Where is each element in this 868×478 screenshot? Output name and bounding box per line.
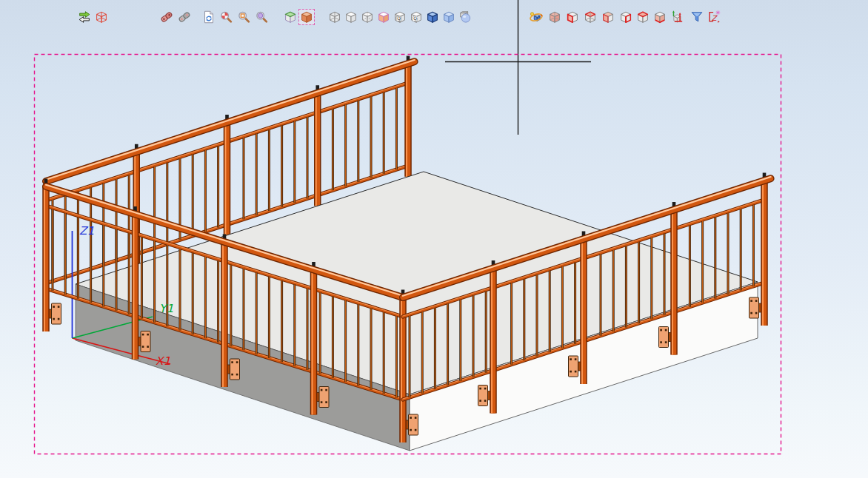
zoom-selection-icon-glyph — [218, 10, 233, 24]
svg-text:Q: Q — [413, 16, 417, 21]
display-quick-alt-icon-glyph: Q — [409, 10, 424, 24]
display-quick-icon-glyph: Q — [393, 10, 407, 24]
display-shaded-edges-icon-glyph — [376, 10, 391, 24]
railing-model[interactable] — [35, 0, 781, 454]
filter-inner-face-icon-glyph — [583, 10, 598, 24]
selection-filter-icon[interactable] — [690, 10, 704, 24]
rebuild-model-icon[interactable] — [201, 10, 216, 24]
display-quick-icon[interactable]: Q — [393, 10, 407, 24]
filter-solids-icon-glyph — [547, 10, 562, 24]
zoom-selection-icon[interactable] — [218, 10, 233, 24]
filter-top-face-icon-glyph — [635, 10, 650, 24]
svg-text:Q: Q — [397, 16, 401, 21]
rebuild-model-icon-glyph — [201, 10, 216, 24]
view-toolbar: QQZ✳ — [0, 0, 868, 34]
display-hidden-removed-icon[interactable] — [344, 10, 358, 24]
z-order-icon[interactable]: Z✳ — [707, 10, 721, 24]
display-smooth-icon[interactable] — [458, 10, 473, 24]
filter-inner-face-icon[interactable] — [583, 10, 598, 24]
display-shaded-edges-icon[interactable] — [376, 10, 391, 24]
filter-edges-icon[interactable] — [618, 10, 633, 24]
filter-bottom-face-icon[interactable] — [652, 10, 667, 24]
filter-edges-icon-glyph — [618, 10, 633, 24]
display-smooth-icon-glyph — [458, 10, 473, 24]
svg-text:✳: ✳ — [715, 10, 721, 16]
link-icon-glyph — [159, 10, 174, 24]
display-hidden-thin-icon-glyph — [360, 10, 375, 24]
filter-faces-icon-glyph — [565, 10, 580, 24]
broken-link-icon[interactable] — [177, 10, 192, 24]
filter-solids-icon[interactable] — [547, 10, 562, 24]
selection-filter-icon-glyph — [690, 10, 704, 24]
filter-faces-icon[interactable] — [565, 10, 580, 24]
filter-left-face-icon-glyph — [601, 10, 615, 24]
display-shaded-icon[interactable] — [299, 10, 314, 24]
display-hidden-thin-icon[interactable] — [360, 10, 375, 24]
display-shaded-icon-glyph — [299, 10, 314, 24]
display-solid-icon-glyph — [425, 10, 440, 24]
display-translucent-icon[interactable] — [441, 10, 456, 24]
zoom-area-icon[interactable] — [236, 10, 251, 24]
zoom-in-icon-glyph — [254, 10, 269, 24]
zoom-area-icon-glyph — [236, 10, 251, 24]
filter-left-face-icon[interactable] — [601, 10, 615, 24]
broken-link-icon-glyph — [177, 10, 192, 24]
orbit-rotate-icon[interactable] — [529, 10, 544, 24]
orbit-rotate-icon-glyph — [529, 10, 544, 24]
display-wireframe-icon-glyph — [327, 10, 342, 24]
zoom-in-icon[interactable] — [254, 10, 269, 24]
swap-view-icon[interactable] — [77, 10, 92, 24]
filter-bottom-face-icon-glyph — [652, 10, 667, 24]
viewport-3d[interactable]: Z1 Y1 X1 — [0, 0, 868, 478]
display-section-icon-glyph — [283, 10, 298, 24]
display-translucent-icon-glyph — [441, 10, 456, 24]
axis-label-x: X1 — [156, 354, 171, 368]
axis-label-y: Y1 — [159, 302, 174, 315]
wireframe-box-icon-glyph — [94, 10, 109, 24]
display-quick-alt-icon[interactable]: Q — [409, 10, 424, 24]
z-order-icon-glyph: Z✳ — [707, 10, 721, 24]
placement-axes-icon[interactable] — [670, 10, 684, 24]
wireframe-box-icon[interactable] — [94, 10, 109, 24]
display-wireframe-icon[interactable] — [327, 10, 342, 24]
filter-top-face-icon[interactable] — [635, 10, 650, 24]
axis-label-z: Z1 — [79, 224, 95, 238]
link-icon[interactable] — [159, 10, 174, 24]
display-solid-icon[interactable] — [425, 10, 440, 24]
cad-application: { "app": { "background_top": "#cfdceb", … — [0, 0, 868, 478]
display-section-icon[interactable] — [283, 10, 298, 24]
swap-view-icon-glyph — [77, 10, 92, 24]
placement-axes-icon-glyph — [670, 10, 684, 24]
display-hidden-removed-icon-glyph — [344, 10, 358, 24]
